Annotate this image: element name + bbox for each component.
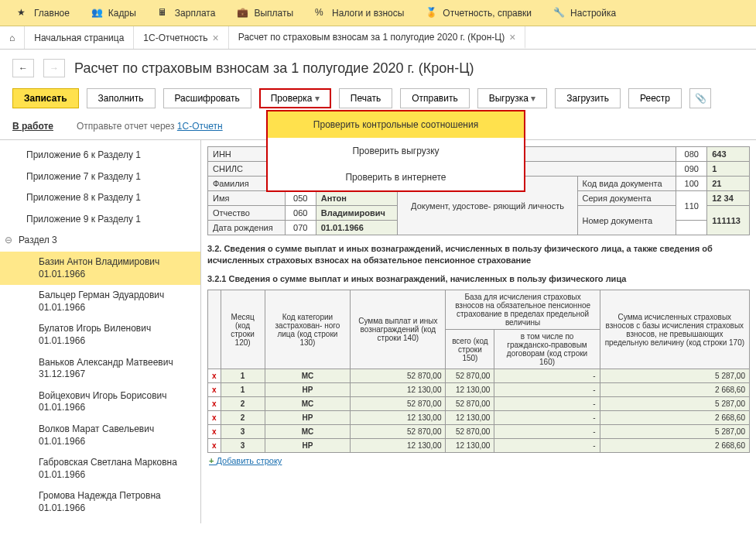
cell-category[interactable]: НР	[265, 411, 351, 425]
nav-taxes[interactable]: %Налоги и взносы	[304, 0, 415, 26]
cell-gpd[interactable]: -	[494, 411, 600, 425]
cell-total[interactable]: 52 870,00	[446, 397, 494, 411]
sidebar-person[interactable]: Громова Надежда Петровна 01.01.1966	[0, 485, 200, 519]
label-patronymic: Отчество	[208, 206, 286, 221]
cell-month[interactable]: 1	[221, 383, 265, 397]
cell-category[interactable]: МС	[265, 369, 351, 383]
val-doc-number[interactable]: 111113	[707, 206, 750, 235]
paperclip-icon: 📎	[695, 93, 706, 104]
cell-total[interactable]: 12 130,00	[446, 439, 494, 453]
cell-month[interactable]: 1	[221, 369, 265, 383]
th-base: База для исчисления страховых взносов на…	[446, 290, 600, 330]
cell-month[interactable]: 2	[221, 397, 265, 411]
cell-calc[interactable]: 5 287,00	[600, 425, 749, 439]
tab-1c-reporting[interactable]: 1С-Отчетность×	[134, 26, 228, 49]
cell-gpd[interactable]: -	[494, 383, 600, 397]
sidebar-item[interactable]: Приложение 7 к Разделу 1	[0, 166, 200, 188]
cell-sum[interactable]: 12 130,00	[351, 439, 446, 453]
cell-month[interactable]: 3	[221, 439, 265, 453]
load-button[interactable]: Загрузить	[555, 88, 621, 108]
cell-sum[interactable]: 52 870,00	[351, 425, 446, 439]
cell-calc[interactable]: 5 287,00	[600, 369, 749, 383]
cell-calc[interactable]: 2 668,60	[600, 439, 749, 453]
menu-check-ratios[interactable]: Проверить контрольные соотношения	[268, 111, 524, 138]
calc-icon: 🖩	[158, 7, 170, 19]
delete-row-icon[interactable]: x	[208, 439, 221, 453]
sidebar-item[interactable]: Приложение 9 к Разделу 1	[0, 209, 200, 231]
delete-row-icon[interactable]: x	[208, 369, 221, 383]
val-birthdate[interactable]: 01.01.1966	[316, 221, 398, 235]
cell-sum[interactable]: 52 870,00	[351, 369, 446, 383]
cell-sum[interactable]: 52 870,00	[351, 397, 446, 411]
nav-payments[interactable]: 💼Выплаты	[226, 0, 304, 26]
cell-total[interactable]: 52 870,00	[446, 369, 494, 383]
cell-calc[interactable]: 2 668,60	[600, 411, 749, 425]
delete-row-icon[interactable]: x	[208, 397, 221, 411]
cell-category[interactable]: НР	[265, 383, 351, 397]
sidebar-person[interactable]: Ваньков Александр Матвеевич 31.12.1967	[0, 352, 200, 386]
val-doc-series[interactable]: 12 34	[707, 191, 750, 206]
back-button[interactable]: ←	[12, 59, 34, 77]
print-button[interactable]: Печать	[339, 88, 392, 108]
val-name[interactable]: Антон	[316, 191, 398, 206]
tab-bar: ⌂ Начальная страница 1С-Отчетность× Расч…	[0, 26, 756, 50]
sidebar-person[interactable]: Бальцер Герман Эдуардович 01.01.1966	[0, 285, 200, 318]
send-button[interactable]: Отправить	[400, 88, 470, 108]
sidebar-item[interactable]: Приложение 8 к Разделу 1	[0, 187, 200, 209]
sidebar-person[interactable]: Войцехович Игорь Борисович 01.01.1966	[0, 386, 200, 419]
status-in-work[interactable]: В работе	[12, 121, 53, 132]
tab-start-page[interactable]: Начальная страница	[25, 26, 134, 49]
cell-sum[interactable]: 12 130,00	[351, 383, 446, 397]
delete-row-icon[interactable]: x	[208, 411, 221, 425]
table-row: x2МС52 870,0052 870,00-5 287,00	[208, 397, 750, 411]
sidebar-item[interactable]: Приложение 6 к Разделу 1	[0, 145, 200, 166]
delete-row-icon[interactable]: x	[208, 425, 221, 439]
attach-button[interactable]: 📎	[689, 88, 711, 108]
cell-category[interactable]: МС	[265, 397, 351, 411]
registry-button[interactable]: Реестр	[628, 88, 682, 108]
sidebar-section-3[interactable]: Раздел 3	[0, 230, 200, 252]
cell-total[interactable]: 52 870,00	[446, 425, 494, 439]
tab-insurance-calc[interactable]: Расчет по страховым взносам за 1 полугод…	[229, 26, 526, 49]
nav-salary[interactable]: 🖩Зарплата	[147, 0, 227, 26]
nav-main[interactable]: ★Главное	[6, 0, 80, 26]
fill-button[interactable]: Заполнить	[87, 88, 156, 108]
cell-month[interactable]: 2	[221, 411, 265, 425]
decode-button[interactable]: Расшифровать	[163, 88, 251, 108]
val-country[interactable]: 643	[707, 147, 750, 162]
nav-reports[interactable]: 🏅Отчетность, справки	[415, 0, 542, 26]
export-button[interactable]: Выгрузка	[477, 88, 548, 108]
nav-settings[interactable]: 🔧Настройка	[542, 0, 627, 26]
th-category: Код категории застрахован- ного лица (ко…	[265, 290, 351, 369]
val-sex[interactable]: 1	[707, 162, 750, 177]
check-button[interactable]: Проверка	[259, 88, 331, 108]
menu-check-internet[interactable]: Проверить в интернете	[268, 164, 524, 190]
cell-total[interactable]: 12 130,00	[446, 383, 494, 397]
cell-total[interactable]: 12 130,00	[446, 411, 494, 425]
cell-gpd[interactable]: -	[494, 369, 600, 383]
cell-category[interactable]: НР	[265, 439, 351, 453]
cell-gpd[interactable]: -	[494, 425, 600, 439]
cell-sum[interactable]: 12 130,00	[351, 411, 446, 425]
tab-home-icon[interactable]: ⌂	[0, 26, 25, 49]
sidebar-person[interactable]: Волков Марат Савельевич 01.01.1966	[0, 419, 200, 452]
close-icon[interactable]: ×	[213, 32, 219, 44]
sidebar-person[interactable]: Габровская Светлана Марковна 01.01.1966	[0, 452, 200, 485]
cell-calc[interactable]: 5 287,00	[600, 397, 749, 411]
link-1c-reporting[interactable]: 1С-Отчетн	[177, 121, 223, 132]
cell-gpd[interactable]: -	[494, 397, 600, 411]
close-icon[interactable]: ×	[509, 31, 515, 43]
cell-gpd[interactable]: -	[494, 439, 600, 453]
val-doc-type[interactable]: 21	[707, 177, 750, 191]
nav-hr[interactable]: 👥Кадры	[80, 0, 147, 26]
add-row-link[interactable]: Добавить строку	[207, 453, 750, 468]
sidebar-person[interactable]: Булатов Игорь Виленович 01.01.1966	[0, 318, 200, 351]
cell-category[interactable]: МС	[265, 425, 351, 439]
delete-row-icon[interactable]: x	[208, 383, 221, 397]
val-patronymic[interactable]: Владимирович	[316, 206, 398, 221]
sidebar-person[interactable]: Базин Антон Владимирович 01.01.1966	[0, 252, 200, 285]
cell-month[interactable]: 3	[221, 425, 265, 439]
menu-check-export[interactable]: Проверить выгрузку	[268, 138, 524, 164]
write-button[interactable]: Записать	[12, 88, 79, 108]
cell-calc[interactable]: 2 668,60	[600, 383, 749, 397]
